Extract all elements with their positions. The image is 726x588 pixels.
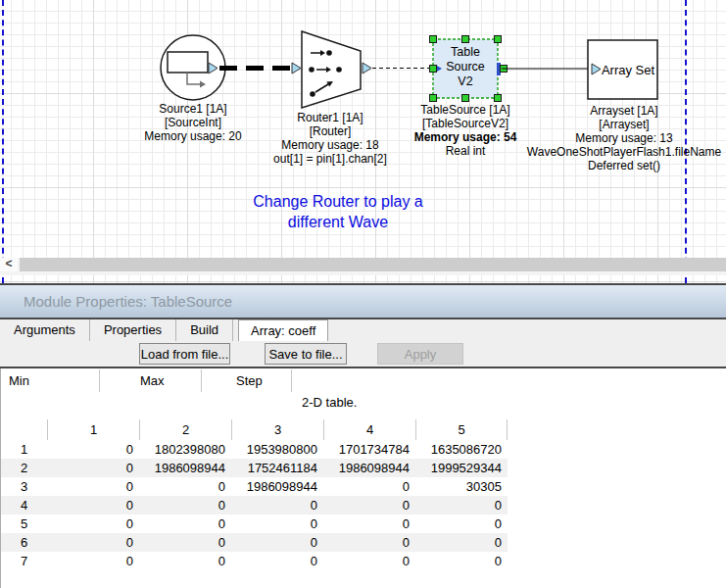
save-to-file-button[interactable]: Save to file... (265, 343, 347, 365)
panel-title: Module Properties: TableSource (0, 285, 726, 318)
table-cell[interactable]: 0 (47, 461, 139, 475)
module-properties-panel: Module Properties: TableSource Arguments… (0, 283, 726, 588)
table-row: 7 0 0 0 0 0 (1, 552, 508, 570)
row-header[interactable]: 3 (1, 479, 47, 494)
table-cell[interactable]: 0 (323, 535, 415, 550)
source-label: Source1 [1A] [SourceInt] Memory usage: 2… (144, 102, 241, 143)
table-caption: 2-D table. (302, 395, 357, 410)
table-header-row: 1 2 3 4 5 (1, 419, 508, 440)
column-header[interactable]: 5 (415, 419, 508, 440)
tablesource-body-text: Table Source V2 (446, 45, 485, 89)
horizontal-scrollbar[interactable]: < (0, 258, 726, 275)
table-row: 2 0 1986098944 1752461184 1986098944 199… (1, 459, 508, 477)
table-cell[interactable]: 30305 (415, 479, 508, 494)
row-header[interactable]: 6 (1, 535, 47, 550)
coefficient-table: 1 2 3 4 5 1 0 1802398080 1953980800 1701… (1, 419, 508, 570)
scroll-left-button[interactable]: < (0, 258, 18, 271)
table-row: 1 0 1802398080 1953980800 1701734784 163… (1, 440, 508, 459)
table-cell[interactable]: 1635086720 (415, 442, 508, 457)
arrayset-body-text: Array Set (602, 63, 654, 77)
field-separator (201, 369, 202, 392)
tablesource-label: TableSource [1A] [TableSourceV2] Memory … (414, 103, 517, 158)
tab-arguments[interactable]: Arguments (0, 319, 90, 341)
row-header[interactable]: 1 (1, 442, 47, 457)
panel-tabs: Arguments Properties Build Array: coeff (0, 319, 726, 341)
row-header[interactable]: 7 (1, 554, 47, 568)
source-block[interactable] (161, 35, 225, 100)
table-cell[interactable]: 0 (231, 516, 323, 531)
table-cell[interactable]: 0 (47, 554, 139, 568)
row-header[interactable]: 4 (1, 498, 47, 513)
column-header[interactable]: 4 (323, 419, 415, 440)
tab-build[interactable]: Build (176, 319, 233, 341)
table-cell[interactable]: 0 (323, 554, 415, 568)
row-header[interactable]: 5 (1, 516, 47, 531)
table-row: 6 0 0 0 0 0 (1, 533, 508, 552)
table-cell[interactable]: 0 (139, 479, 231, 494)
table-cell[interactable]: 0 (323, 498, 415, 513)
table-cell[interactable]: 0 (323, 516, 415, 531)
table-cell[interactable]: 0 (139, 516, 231, 531)
array-editor: Min Max Step 2-D table. 1 2 3 4 5 1 0 18… (0, 368, 726, 588)
table-cell[interactable]: 0 (47, 479, 139, 494)
column-header[interactable]: 3 (231, 419, 323, 440)
table-cell[interactable]: 0 (139, 554, 231, 568)
table-cell[interactable]: 0 (323, 479, 415, 494)
panel-toolbar: Load from file... Save to file... Apply (0, 341, 726, 367)
table-cell[interactable]: 0 (231, 554, 323, 568)
router-block[interactable] (292, 31, 371, 108)
table-row: 4 0 0 0 0 0 (1, 496, 508, 514)
table-cell[interactable]: 0 (47, 498, 139, 513)
scrollbar-thumb[interactable] (20, 258, 726, 271)
apply-button[interactable]: Apply (377, 343, 463, 365)
table-cell[interactable]: 0 (415, 535, 508, 550)
column-header[interactable]: 1 (47, 419, 139, 440)
table-cell[interactable]: 1986098944 (323, 461, 415, 475)
step-label: Step (236, 373, 263, 388)
table-cell[interactable]: 1999529344 (415, 461, 508, 475)
table-cell[interactable]: 0 (415, 516, 508, 531)
annotation-note: Change Router to play a different Wave (253, 191, 422, 232)
table-cell[interactable]: 1986098944 (231, 479, 323, 494)
table-cell[interactable]: 1701734784 (323, 442, 415, 457)
min-label: Min (9, 373, 29, 388)
tab-array-coeff[interactable]: Array: coeff (238, 319, 328, 341)
table-cell[interactable]: 1752461184 (231, 461, 323, 475)
table-row: 3 0 0 1986098944 0 30305 (1, 477, 508, 496)
diagram-canvas[interactable]: Table Source V2 Array Set Source1 [1A] [… (0, 0, 726, 283)
table-cell[interactable]: 0 (415, 554, 508, 568)
max-label: Max (140, 373, 165, 388)
router-output-pin (363, 63, 371, 74)
field-separator (291, 369, 292, 392)
table-cell[interactable]: 1953980800 (231, 442, 323, 457)
table-cell[interactable]: 0 (415, 498, 508, 513)
tab-properties[interactable]: Properties (90, 319, 176, 341)
row-header[interactable]: 2 (1, 461, 47, 475)
table-cell[interactable]: 0 (47, 442, 139, 457)
table-cell[interactable]: 0 (231, 498, 323, 513)
table-row: 5 0 0 0 0 0 (1, 514, 508, 533)
table-cell[interactable]: 0 (47, 535, 139, 550)
table-cell[interactable]: 0 (47, 516, 139, 531)
router-label: Router1 [1A] [Router] Memory usage: 18 o… (273, 111, 387, 166)
table-cell[interactable]: 0 (139, 498, 231, 513)
router-input-pin (292, 63, 301, 74)
table-cell[interactable]: 0 (139, 535, 231, 550)
load-from-file-button[interactable]: Load from file... (139, 343, 230, 365)
arrayset-label: Arrayset [1A] [Arrayset] Memory usage: 1… (527, 104, 721, 172)
column-header[interactable]: 2 (139, 419, 231, 440)
table-cell[interactable]: 1986098944 (139, 461, 231, 475)
field-separator (99, 369, 100, 392)
table-cell[interactable]: 1802398080 (139, 442, 231, 457)
table-cell[interactable]: 0 (231, 535, 323, 550)
